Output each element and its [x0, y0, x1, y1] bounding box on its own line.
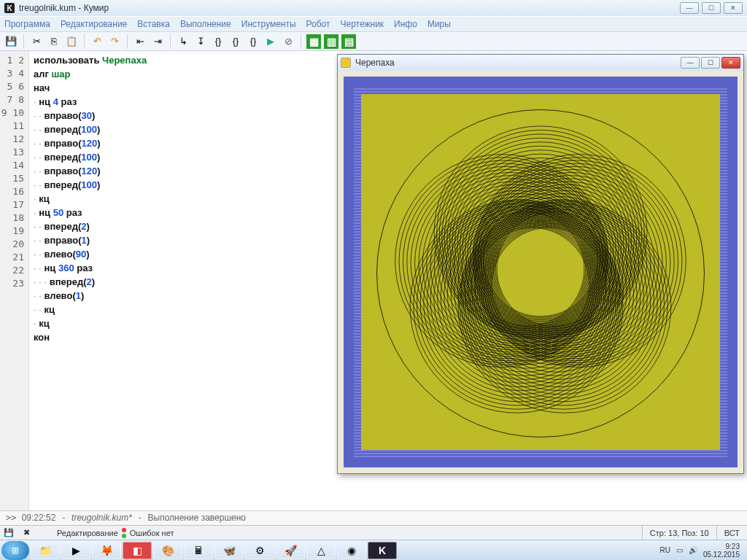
- menu-Миры[interactable]: Миры: [427, 19, 451, 29]
- world3-icon[interactable]: ▤: [341, 34, 357, 50]
- line-gutter: 1 2 3 4 5 6 7 8 9 10 11 12 13 14 15 16 1…: [0, 51, 29, 510]
- menu-Выполнение[interactable]: Выполнение: [180, 19, 231, 29]
- redo-icon[interactable]: ↷: [107, 34, 123, 50]
- status-close-icon[interactable]: ✖: [19, 527, 34, 539]
- task-app1[interactable]: ◧: [123, 542, 152, 559]
- step-in-icon[interactable]: ↳: [175, 34, 191, 50]
- svg-point-11: [454, 158, 626, 330]
- menu-Редактирование[interactable]: Редактирование: [61, 19, 127, 29]
- window-titlebar: K treugolnik.kum - Кумир — ☐ ✕: [0, 0, 747, 16]
- turtle-canvas: [361, 94, 720, 450]
- status-bar: 💾 ✖ Редактирование Ошибок нет Стр: 13, П…: [0, 525, 747, 540]
- run-icon[interactable]: ▶: [263, 34, 279, 50]
- status-cursor: Стр: 13, Поз: 10: [642, 526, 716, 540]
- menu-Инфо[interactable]: Инфо: [394, 19, 417, 29]
- status-save-icon[interactable]: 💾: [1, 527, 16, 539]
- task-media[interactable]: ▶: [61, 542, 90, 559]
- maximize-button[interactable]: ☐: [702, 2, 721, 14]
- task-rocket[interactable]: 🚀: [276, 542, 305, 559]
- window-title: treugolnik.kum - Кумир: [19, 3, 109, 13]
- toolbar: 💾 ✂ ⎘ 📋 ↶ ↷ ⇤ ⇥ ↳ ↧ {} {} {} ▶ ⊘ ▦ ▥ ▤: [0, 32, 747, 51]
- undo-icon[interactable]: ↶: [89, 34, 105, 50]
- cut-icon[interactable]: ✂: [28, 34, 44, 50]
- paste-icon[interactable]: 📋: [63, 34, 80, 50]
- svg-point-16: [442, 138, 640, 335]
- stop-icon[interactable]: ⊘: [280, 34, 296, 50]
- tray-flag-icon[interactable]: ▭: [676, 546, 683, 554]
- task-kumir[interactable]: K: [368, 542, 397, 559]
- svg-point-15: [444, 142, 637, 335]
- turtle-title: Черепаха: [355, 58, 395, 68]
- tray-sound-icon[interactable]: 🔊: [689, 546, 697, 554]
- app-icon: K: [4, 3, 15, 13]
- world2-icon[interactable]: ▥: [323, 34, 339, 50]
- tray-lang[interactable]: RU: [659, 546, 670, 554]
- task-paint[interactable]: 🎨: [153, 542, 182, 559]
- task-explorer[interactable]: 📁: [31, 542, 60, 559]
- turtle-close-button[interactable]: ✕: [721, 57, 740, 69]
- turtle-titlebar[interactable]: Черепаха — ☐ ✕: [338, 55, 743, 71]
- turtle-minimize-button[interactable]: —: [681, 57, 700, 69]
- tray-clock[interactable]: 9:2305.12.2015: [703, 542, 740, 559]
- brace1-icon[interactable]: {}: [210, 34, 226, 50]
- save-icon[interactable]: 💾: [3, 34, 19, 50]
- turtle-icon: [341, 58, 351, 68]
- console-output: >> 09:22:52 - treugolnik.kum* - Выполнен…: [0, 510, 747, 525]
- menu-Вставка[interactable]: Вставка: [137, 19, 170, 29]
- menu-Программа[interactable]: Программа: [4, 19, 50, 29]
- svg-point-18: [437, 130, 645, 338]
- menu-Инструменты[interactable]: Инструменты: [241, 19, 296, 29]
- task-chrome[interactable]: ◉: [337, 542, 366, 559]
- brace2-icon[interactable]: {}: [228, 34, 244, 50]
- task-gear[interactable]: ⚙: [245, 542, 274, 559]
- indent-icon[interactable]: ⇤: [132, 34, 148, 50]
- svg-point-100: [377, 109, 705, 437]
- start-button[interactable]: ⊞: [1, 541, 29, 560]
- menu-Чертежник[interactable]: Чертежник: [341, 19, 384, 29]
- status-errors: Ошибок нет: [130, 529, 174, 537]
- taskbar: ⊞ 📁 ▶ 🦊 ◧ 🎨 🖩 🦋 ⚙ 🚀 △ ◉ K RU ▭ 🔊 9:2305.…: [0, 540, 747, 560]
- system-tray: RU ▭ 🔊 9:2305.12.2015: [659, 542, 746, 559]
- close-button[interactable]: ✕: [724, 2, 743, 14]
- svg-point-96: [407, 163, 605, 361]
- status-insert: ВСТ: [716, 526, 747, 540]
- task-firefox[interactable]: 🦊: [92, 542, 121, 559]
- task-tri[interactable]: △: [306, 542, 336, 559]
- task-butterfly[interactable]: 🦋: [214, 542, 244, 559]
- menu-bar: ПрограммаРедактированиеВставкаВыполнение…: [0, 16, 747, 32]
- brace3-icon[interactable]: {}: [245, 34, 261, 50]
- svg-point-36: [477, 163, 675, 361]
- task-calc[interactable]: 🖩: [184, 542, 213, 559]
- status-mode: Редактирование: [57, 529, 118, 537]
- copy-icon[interactable]: ⎘: [46, 34, 62, 50]
- step-over-icon[interactable]: ↧: [193, 34, 209, 50]
- minimize-button[interactable]: —: [680, 2, 699, 14]
- turtle-window[interactable]: Черепаха — ☐ ✕: [337, 54, 744, 474]
- world1-icon[interactable]: ▦: [306, 34, 322, 50]
- turtle-maximize-button[interactable]: ☐: [701, 57, 720, 69]
- outdent-icon[interactable]: ⇥: [150, 34, 166, 50]
- menu-Робот[interactable]: Робот: [306, 19, 330, 29]
